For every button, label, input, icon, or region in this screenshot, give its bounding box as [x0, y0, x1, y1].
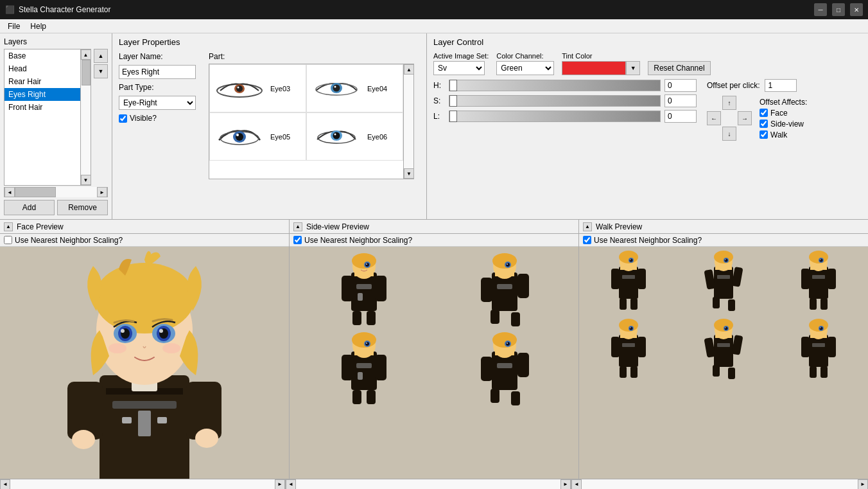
- svg-point-14: [333, 132, 340, 139]
- svg-point-148: [725, 327, 726, 328]
- layer-item-front-hair[interactable]: Front Hair: [4, 101, 80, 114]
- close-button[interactable]: ✕: [850, 3, 863, 16]
- active-image-set-select[interactable]: Sv Face Walk: [433, 61, 485, 75]
- face-preview-scroll-up[interactable]: ▲: [4, 222, 13, 231]
- s-value[interactable]: [664, 94, 697, 107]
- svg-rect-45: [352, 311, 361, 325]
- nav-up-button[interactable]: ↑: [722, 96, 736, 110]
- svg-rect-68: [342, 355, 353, 380]
- tint-dropdown-button[interactable]: ▼: [626, 61, 640, 75]
- svg-rect-150: [809, 335, 828, 367]
- svg-point-63: [507, 263, 508, 265]
- minimize-button[interactable]: ─: [814, 3, 827, 16]
- face-hscroll-track: [10, 479, 275, 490]
- walk-preview-scroll-up[interactable]: ▲: [583, 222, 592, 231]
- svg-rect-116: [810, 266, 827, 270]
- layers-scroll-thumb[interactable]: [82, 60, 91, 85]
- h-slider[interactable]: [449, 80, 661, 91]
- svg-rect-101: [622, 275, 635, 279]
- parts-scroll-up[interactable]: ▲: [404, 64, 414, 75]
- svg-rect-138: [714, 335, 733, 367]
- layer-item-base[interactable]: Base: [4, 49, 80, 62]
- svg-point-100: [630, 259, 631, 260]
- color-channel-label: Color Channel:: [496, 52, 554, 60]
- side-hscroll-track: [296, 479, 560, 490]
- svg-rect-106: [732, 267, 743, 287]
- svg-rect-108: [728, 299, 735, 311]
- walk-hscroll-left[interactable]: ◄: [571, 479, 582, 490]
- layer-name-row: Layer Name:: [119, 52, 196, 61]
- layer-move-up[interactable]: ▲: [94, 49, 108, 63]
- layers-hscroll-thumb[interactable]: [15, 187, 56, 197]
- parts-scroll-down[interactable]: ▼: [404, 168, 414, 179]
- nav-affects-row: ↑ ← → ↓ Offset Affects:: [707, 96, 807, 141]
- layer-item-rear-hair[interactable]: Rear Hair: [4, 75, 80, 88]
- layers-hscroll-left[interactable]: ◄: [4, 187, 15, 197]
- svg-point-135: [630, 327, 633, 330]
- parts-scroll-track: [404, 75, 413, 168]
- svg-rect-94: [638, 269, 646, 289]
- menubar: File Help: [0, 19, 868, 33]
- side-sprite-4: [479, 332, 530, 406]
- layer-item-eyes-right[interactable]: Eyes Right: [4, 88, 80, 101]
- nav-down-button[interactable]: ↓: [722, 127, 736, 141]
- side-nn-checkbox[interactable]: [293, 236, 302, 244]
- part-eye04[interactable]: Eye04: [306, 64, 403, 112]
- face-nn-checkbox[interactable]: [4, 236, 12, 244]
- face-hscroll-right[interactable]: ►: [275, 479, 285, 490]
- h-value[interactable]: [664, 79, 697, 92]
- s-row: S:: [433, 94, 697, 107]
- face-hscroll-left[interactable]: ◄: [0, 479, 10, 490]
- tint-color-box[interactable]: [562, 61, 626, 75]
- side-hscroll-left[interactable]: ◄: [286, 479, 296, 490]
- svg-rect-161: [812, 343, 825, 347]
- menu-file[interactable]: File: [3, 21, 25, 32]
- control-top-row: Active Image Set: Sv Face Walk Color Cha…: [433, 52, 862, 75]
- walk-sprite-6: [799, 319, 838, 383]
- hsl-nav-row: H: S: L:: [433, 79, 862, 141]
- layer-move-down[interactable]: ▼: [94, 64, 108, 78]
- svg-rect-84: [511, 391, 520, 405]
- face-preview-content: [0, 247, 289, 479]
- svg-rect-55: [495, 271, 514, 276]
- parts-grid-container: ▲ ▼: [209, 64, 414, 179]
- side-preview-header: ▲ Side-view Preview: [290, 220, 578, 234]
- part-type-select[interactable]: Eye-Right Eye-Left: [119, 96, 196, 110]
- visible-checkbox[interactable]: [119, 114, 127, 123]
- layer-name-label: Layer Name:: [119, 52, 170, 61]
- svg-rect-104: [715, 266, 732, 270]
- remove-layer-button[interactable]: Remove: [57, 200, 108, 215]
- l-slider[interactable]: [449, 111, 661, 122]
- part-eye06[interactable]: Eye06: [306, 112, 403, 161]
- s-slider[interactable]: [449, 95, 661, 107]
- layer-item-head[interactable]: Head: [4, 62, 80, 75]
- layer-name-input[interactable]: [119, 65, 196, 79]
- nav-right-button[interactable]: →: [738, 111, 752, 125]
- layers-scroll-up[interactable]: ▲: [81, 49, 91, 60]
- part-eye05[interactable]: Eye05: [209, 112, 306, 161]
- affects-face-checkbox[interactable]: [759, 109, 768, 117]
- affects-sideview-label: Side-view: [770, 120, 804, 129]
- color-channel-select[interactable]: Green Red Blue: [496, 61, 554, 75]
- svg-rect-38: [122, 417, 132, 423]
- svg-point-6: [333, 84, 340, 91]
- reset-channel-button[interactable]: Reset Channel: [648, 61, 710, 75]
- offset-input[interactable]: [765, 79, 797, 92]
- layers-scroll-down[interactable]: ▼: [81, 175, 91, 185]
- part-eye04-img: [311, 76, 362, 102]
- affects-walk-checkbox[interactable]: [759, 130, 768, 139]
- layers-hscroll-right[interactable]: ►: [97, 187, 107, 197]
- affects-sideview-checkbox[interactable]: [759, 120, 768, 128]
- nav-left-button[interactable]: ←: [707, 111, 721, 125]
- part-eye03[interactable]: Eye03: [209, 64, 306, 112]
- walk-hscroll-right[interactable]: ►: [858, 479, 868, 490]
- side-hscroll-right[interactable]: ►: [560, 479, 571, 490]
- maximize-button[interactable]: □: [832, 3, 845, 16]
- l-value[interactable]: [664, 110, 697, 123]
- side-preview-scroll-up[interactable]: ▲: [293, 222, 302, 231]
- walk-nn-checkbox[interactable]: [583, 236, 591, 244]
- svg-rect-102: [714, 267, 733, 299]
- svg-rect-141: [704, 337, 715, 358]
- menu-help[interactable]: Help: [25, 21, 51, 32]
- add-layer-button[interactable]: Add: [4, 200, 55, 215]
